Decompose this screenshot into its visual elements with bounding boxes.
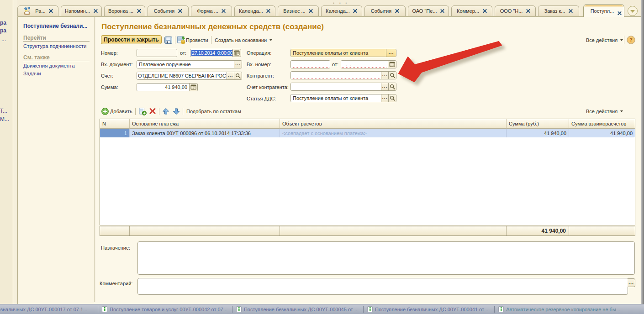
svg-text:?: ?: [629, 37, 633, 42]
